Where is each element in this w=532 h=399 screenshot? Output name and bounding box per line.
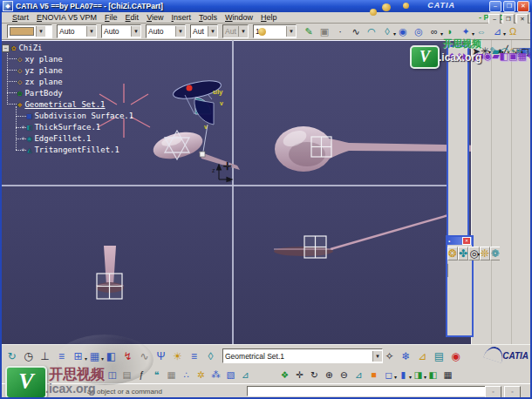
status-button-2[interactable]: ▫ [504, 386, 521, 398]
grid-manipulator-front[interactable] [97, 274, 122, 299]
menu-help[interactable]: Help [261, 13, 277, 22]
fs-curvature-analysis-icon[interactable]: ❂ [447, 247, 458, 260]
grid-manipulator-side[interactable] [304, 236, 326, 258]
nodes-icon[interactable]: ⁂ [209, 369, 222, 382]
render-style-2-icon[interactable]: ◧ [426, 369, 440, 382]
chain-link-icon[interactable]: ✧ [382, 348, 397, 364]
subd-prism-icon[interactable]: ▰ [492, 51, 499, 61]
fit-all-icon[interactable]: ❖ [278, 369, 291, 382]
tree-item-xy-plane[interactable]: ◇ xy plane [17, 54, 63, 64]
point-style-icon[interactable]: · [333, 24, 347, 38]
normal-view-icon[interactable]: ⊿ [352, 369, 365, 382]
zoom-view-icon[interactable]: ∞▾ [427, 24, 441, 38]
update-icon[interactable]: ↻ [4, 348, 19, 364]
rotate-icon[interactable]: ↻ [308, 369, 321, 382]
spline-style-icon[interactable]: ∿ [349, 24, 363, 38]
menu-edit[interactable]: Edit [126, 13, 140, 22]
target-rosette-icon[interactable]: ◉ [448, 348, 463, 364]
active-set-combo[interactable]: Geometrical Set.1 ▼ [222, 348, 383, 363]
global-props-select[interactable]: Aut▼ [190, 24, 218, 38]
comment-icon[interactable]: ❝ [150, 369, 163, 382]
menu-file[interactable]: File [105, 13, 118, 22]
subd-torus-icon[interactable]: ◉ [484, 51, 493, 61]
camera-icon[interactable]: ▦ [441, 369, 454, 382]
current-set-icon[interactable]: ◊ [203, 348, 218, 364]
tree-item-partbody[interactable]: ✿ PartBody [17, 88, 63, 98]
tree-item-yz-plane[interactable]: ◇ yz plane [17, 65, 63, 76]
chevron-down-icon: ▼ [86, 26, 96, 37]
menu-insert[interactable]: Insert [171, 13, 191, 22]
point-symbol-select[interactable]: Auto▼ [146, 24, 186, 38]
instruments-icon[interactable]: ⊿ [415, 348, 430, 364]
fill-color-select[interactable]: ▼ [7, 24, 52, 38]
sketch-surface-icon[interactable]: ◊▾ [380, 24, 394, 38]
menu-enovia[interactable]: ENOVIA V5 VPM [37, 13, 97, 22]
fs-distance-analysis-icon[interactable]: ✤ [458, 247, 468, 260]
arc-style-icon[interactable]: ◠ [365, 24, 379, 38]
menu-view[interactable]: View [147, 13, 163, 22]
measure-item-icon[interactable]: ⊿▾ [490, 24, 504, 38]
measure-tool-icon[interactable]: ⊿ [239, 369, 252, 382]
zoom-in-icon[interactable]: ⊕ [323, 369, 336, 382]
minimize-button[interactable]: – [489, 1, 501, 12]
tree-item-tritangentfillet[interactable]: ◭ TritangentFillet.1 [27, 145, 119, 155]
layers-icon[interactable]: ▤ [432, 348, 447, 364]
graph-tree-icon[interactable]: Ψ [153, 348, 168, 364]
tree-item-root[interactable]: ✿ ChiZi [11, 43, 43, 53]
gear-lock-icon[interactable]: ✲ [194, 369, 208, 382]
tree-item-subdivision-surface[interactable]: ▦ Subdivision Surface.1 [27, 111, 133, 121]
spoon-side-view[interactable] [274, 215, 448, 256]
tree-expand-toggle[interactable]: − [2, 44, 10, 52]
axis-label-x: x [228, 177, 232, 183]
tree-item-thicksurface[interactable]: ◧ ThickSurface.1 [27, 122, 100, 132]
subd-mesh-icon[interactable]: ▦ [517, 51, 526, 61]
status-button-1[interactable]: ▫ [485, 386, 501, 398]
line-type-select[interactable]: Auto▼ [57, 24, 97, 38]
render-style-1-icon[interactable]: ◨▾ [412, 369, 425, 382]
watermark-site: .icax.org [439, 51, 481, 64]
search-light-icon[interactable]: ☀ [170, 348, 185, 364]
av-speaker-icon[interactable]: ◗ [443, 24, 457, 38]
toolbar-title-bar[interactable]: ▪ ✕ [447, 237, 472, 245]
measure-between-icon[interactable]: ⇔ [474, 24, 488, 38]
render-cylinder-icon[interactable]: ▮▾ [397, 369, 410, 382]
move-cross-icon[interactable]: ✛ [223, 160, 232, 172]
lock-icon[interactable]: Ω [506, 24, 520, 38]
catalog-globe-icon[interactable]: ◷ [21, 348, 36, 364]
subd-cube-icon[interactable]: ▣ [508, 51, 517, 61]
tree-item-geometrical-set[interactable]: ❖ Geometrical Set.1 [17, 99, 106, 110]
blue-box-icon[interactable]: ▧ [224, 369, 237, 382]
manipulators-icon[interactable]: ✦▾ [459, 24, 473, 38]
copy-object-format-icon[interactable]: ▣ [317, 24, 331, 38]
menu-tools[interactable]: Tools [199, 13, 217, 22]
hide-show-icon[interactable]: ◉ [396, 24, 410, 38]
wireframe-cube-icon[interactable]: ◻▾ [382, 369, 395, 382]
shading-icon[interactable]: ■ [367, 369, 380, 382]
grid-manipulator-top[interactable] [311, 137, 331, 157]
close-icon[interactable]: ✕ [462, 237, 471, 245]
relations-icon[interactable]: ∴ [180, 369, 193, 382]
snap-snowflake-icon[interactable]: ❄ [399, 348, 413, 364]
command-input[interactable] [247, 386, 486, 396]
line-weight-select[interactable]: Auto▼ [101, 24, 141, 38]
stack-icon[interactable]: ≡ [187, 348, 201, 364]
menu-window[interactable]: Window [225, 13, 253, 22]
pan-icon[interactable]: ✛ [293, 369, 306, 382]
axis-label-z: z [212, 167, 215, 173]
maximize-button[interactable]: ❐ [503, 1, 515, 12]
fs-arrow-analysis-icon[interactable]: ❊ [480, 247, 490, 260]
fs-target-icon[interactable]: ◎▾ [468, 247, 479, 260]
status-message: an object or a command [87, 388, 162, 396]
subd-wedge-icon[interactable]: ◧ [500, 51, 508, 61]
menu-start[interactable]: Start [12, 13, 29, 22]
axis-system-icon[interactable]: ⊥ [38, 348, 52, 364]
painter-icon[interactable]: ✎ [302, 24, 316, 38]
swap-visible-space-icon[interactable]: ◎ [412, 24, 426, 38]
tree-item-edgefillet[interactable]: ◉ EdgeFillet.1 [27, 133, 91, 144]
tree-item-zx-plane[interactable]: ◇ zx plane [17, 77, 63, 87]
chevron-down-icon[interactable]: ▼ [36, 26, 45, 37]
close-button[interactable]: ✕ [517, 1, 529, 12]
calculator-icon[interactable]: ▦ [165, 369, 178, 382]
zoom-out-icon[interactable]: ⊖ [338, 369, 351, 382]
app-icon[interactable]: ◆ [3, 1, 13, 11]
